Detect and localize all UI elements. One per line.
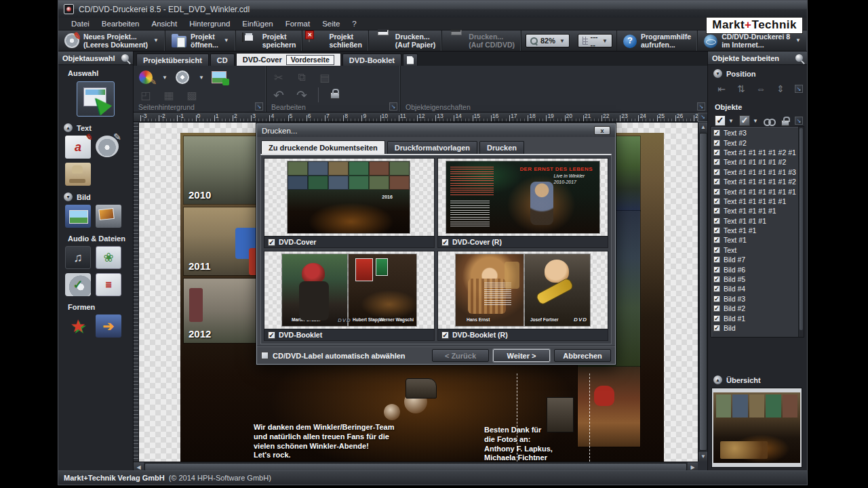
scroll-down-arrow[interactable]: ▼ — [698, 452, 708, 462]
lock-all-button[interactable] — [327, 87, 343, 102]
center-object-button[interactable]: ⇔ — [754, 83, 768, 95]
group-expand-seitenhintergrund[interactable]: ↘ — [255, 102, 263, 110]
preview-image-dvd-cover-r[interactable]: DER ERNST DES LEBENS Live in Winkler 201… — [438, 159, 608, 236]
position-expand-button[interactable]: ↘ — [795, 85, 803, 93]
checkbox-checked-icon[interactable]: ✓ — [713, 305, 720, 312]
print-paper-button[interactable]: Drucken...(Auf Papier) — [369, 30, 443, 51]
object-list-item[interactable]: ✓Text #3 — [713, 128, 804, 138]
checkbox-checked-icon[interactable]: ✓ — [713, 149, 720, 156]
background-color-button[interactable] — [138, 70, 154, 85]
background-photo-button[interactable]: ▦ — [161, 87, 177, 102]
cut-button[interactable]: ✂ — [271, 70, 287, 85]
checkbox-checked-icon[interactable]: ✓ — [713, 227, 720, 234]
internet-dropdown-icon[interactable]: ▼ — [795, 37, 801, 43]
deselect-dropdown-icon[interactable]: ▼ — [753, 118, 758, 124]
paste-button[interactable]: ▤ — [317, 70, 333, 85]
object-list-item[interactable]: ✓Bild #2 — [713, 304, 804, 313]
open-project-button[interactable]: Projektöffnen... ▼ — [165, 30, 236, 51]
checkbox-checked-icon[interactable]: ✓ — [713, 237, 720, 243]
checkbox-checked-icon[interactable]: ✓ — [713, 296, 720, 302]
dialog-tab-druckformatvorlagen[interactable]: Druckformatvorlagen — [387, 141, 477, 154]
checkbox-checked-icon[interactable]: ✓ — [713, 129, 720, 136]
text-tool[interactable]: a — [65, 136, 91, 159]
close-project-button[interactable]: Projektschließen — [302, 30, 368, 51]
select-all-objects-button[interactable]: ✓▼ — [715, 115, 734, 126]
image-folder-tool[interactable] — [65, 205, 91, 228]
menu-item[interactable]: Hintergrund — [183, 18, 236, 29]
overview-preview[interactable] — [711, 388, 802, 468]
menu-item[interactable]: Bearbeiten — [96, 18, 146, 29]
tab-cd[interactable]: CD — [210, 54, 235, 66]
checkbox-checked-icon[interactable]: ✓ — [713, 169, 720, 176]
checkbox-checked-icon[interactable]: ✓ — [713, 218, 720, 224]
checkbox-checked-icon[interactable]: ✓ — [713, 315, 720, 322]
save-project-button[interactable]: Projektspeichern — [236, 30, 303, 51]
object-list-item[interactable]: ✓Text #1 #1 — [713, 226, 804, 235]
object-list-item[interactable]: ✓Text #1 #1 #1 #1 #1 — [713, 197, 804, 206]
new-project-dropdown-icon[interactable]: ▼ — [153, 37, 159, 43]
grid-dropdown-icon[interactable]: ▼ — [602, 38, 608, 44]
background-image-dropdown-icon[interactable]: ▼ — [199, 75, 204, 81]
checkbox-dvd-booklet[interactable] — [268, 331, 275, 339]
background-edit-button[interactable]: ◰ — [138, 87, 154, 102]
menu-item[interactable]: ? — [346, 18, 362, 29]
grid-select[interactable]: ----- ▼ — [578, 34, 612, 47]
vertical-scroll-thumb[interactable] — [699, 133, 707, 451]
undo-button[interactable]: ↶ — [271, 87, 287, 102]
scroll-up-arrow[interactable]: ▲ — [698, 123, 708, 132]
dialog-tab-dokumentseiten[interactable]: Zu druckende Dokumentseiten — [261, 140, 385, 154]
tab-dvd-cover[interactable]: DVD-Cover Vorderseite — [236, 53, 341, 66]
menu-item[interactable]: Einfügen — [236, 18, 279, 29]
menu-item[interactable]: Ansicht — [145, 18, 183, 29]
preview-image-dvd-booklet[interactable]: Martin Gruber Hubert Stapper Werner Wags… — [264, 251, 434, 329]
object-list-item[interactable]: ✓Text #1 — [713, 235, 804, 245]
ruler-corner-button[interactable]: ↘ — [698, 113, 708, 122]
uebersicht-section-header[interactable]: ▲ Übersicht — [708, 371, 761, 386]
new-project-button[interactable]: Neues Projekt...(Leeres Dokument) ▼ — [58, 30, 165, 51]
redo-button[interactable]: ↷ — [294, 87, 310, 102]
print-cd-button[interactable]: Drucken...(Auf CD/DVD) — [442, 30, 521, 51]
object-list-item[interactable]: ✓Bild #6 — [713, 264, 804, 274]
checkbox-auto-deselect[interactable] — [261, 352, 269, 359]
vertical-scrollbar[interactable]: ▲ ▼ — [698, 123, 708, 462]
object-list-item[interactable]: ✓Text #1 #1 #1 #1 #2 #1 — [713, 148, 804, 157]
cancel-button[interactable]: Abbrechen — [554, 349, 611, 362]
checkbox-dvd-booklet-r[interactable] — [441, 331, 449, 339]
object-list-item[interactable]: ✓Bild #4 — [713, 284, 804, 293]
menu-item[interactable]: Seite — [316, 18, 346, 29]
object-list-item[interactable]: ✓Text — [713, 245, 804, 255]
selection-tool[interactable] — [77, 81, 115, 117]
audio-tool[interactable]: ♫ — [65, 246, 91, 269]
position-section-header[interactable]: ▼ Position — [708, 65, 807, 80]
object-list-item[interactable]: ✓Text #1 #1 #1 #1 #1 #2 — [713, 177, 804, 186]
menu-item[interactable]: Format — [279, 18, 316, 29]
checkbox-checked-icon[interactable]: ✓ — [713, 247, 720, 253]
checkbox-checked-icon[interactable]: ✓ — [713, 198, 720, 205]
checkbox-checked-icon[interactable]: ✓ — [713, 325, 720, 331]
deselect-objects-button[interactable]: ✓▼ — [739, 115, 758, 126]
stamp-tool[interactable] — [65, 163, 91, 186]
menu-item[interactable]: Datei — [65, 18, 96, 29]
cd-checklist-tool[interactable]: ✓ — [65, 273, 91, 296]
pin-icon[interactable] — [121, 54, 129, 62]
copy-button[interactable]: ⧉ — [294, 70, 310, 85]
background-color-dropdown-icon[interactable]: ▼ — [162, 75, 167, 81]
object-list-item[interactable]: ✓Text #2 — [713, 138, 804, 147]
background-remove-button[interactable]: ▩ — [184, 87, 200, 102]
dialog-close-button[interactable]: x — [594, 126, 610, 135]
open-dropdown-icon[interactable]: ▼ — [224, 37, 229, 43]
help-button[interactable]: ? Programmhilfeaufrufen... — [616, 30, 698, 51]
preview-image-dvd-booklet-r[interactable]: Hans Ernst Josef Fortner DVD — [438, 251, 608, 329]
workspace-corner-button[interactable]: ↘ — [697, 102, 705, 110]
checkbox-checked-icon[interactable]: ✓ — [713, 159, 720, 165]
checkbox-dvd-cover[interactable] — [268, 239, 275, 246]
checkbox-checked-icon[interactable]: ✓ — [713, 285, 720, 292]
object-list-item[interactable]: ✓Bild #7 — [713, 255, 804, 264]
photo-print-tool[interactable] — [96, 205, 121, 228]
back-button[interactable]: < Zurück — [432, 349, 489, 362]
pin-icon[interactable] — [795, 54, 803, 62]
star-shape-tool[interactable]: ★ — [65, 314, 91, 338]
zoom-dropdown-icon[interactable]: ▼ — [559, 38, 565, 44]
text-section-header[interactable]: ▲ Text — [58, 119, 133, 134]
checkbox-checked-icon[interactable]: ✓ — [713, 256, 720, 263]
